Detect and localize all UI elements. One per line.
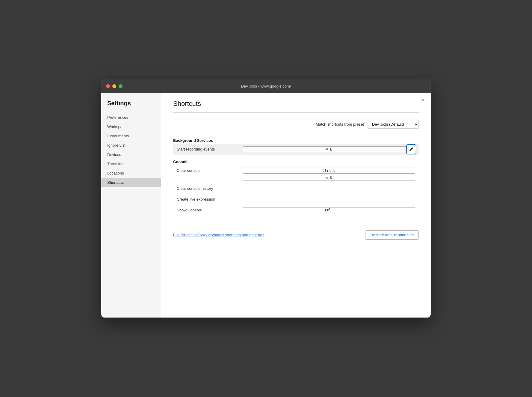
section-background-services: Background Services Start recording even… [173, 138, 419, 155]
section-title-background-services: Background Services [173, 138, 419, 143]
shortcut-row-create-live-expression: Create live expression [173, 194, 419, 205]
sidebar-item-ignore-list[interactable]: Ignore List [101, 141, 161, 150]
shortcut-keys-clear-console: Ctrl L ⌘ K [243, 168, 415, 181]
section-console: Console Clear console Ctrl L ⌘ K Clear c… [173, 160, 419, 216]
titlebar-title: DevTools - www.google.com/ [241, 84, 291, 88]
sidebar-heading: Settings [101, 100, 161, 113]
sidebar: Settings Preferences Workspace Experimen… [101, 93, 161, 318]
preset-label: Match shortcuts from preset [316, 122, 364, 127]
shortcut-row-clear-console: Clear console Ctrl L ⌘ K [173, 165, 419, 183]
shortcut-row-show-console: Show Console Ctrl ` [173, 205, 419, 216]
title-divider [173, 112, 419, 113]
close-traffic-light[interactable] [106, 84, 110, 88]
sidebar-item-devices[interactable]: Devices [101, 150, 161, 159]
titlebar: DevTools - www.google.com/ [101, 79, 431, 93]
shortcut-keys-start-recording: ⌘ E [243, 146, 415, 152]
shortcut-keys-show-console: Ctrl ` [243, 207, 415, 213]
key-badge-ctrl-l: Ctrl L [243, 168, 415, 174]
key-badge-cmd-k: ⌘ K [243, 175, 415, 181]
pencil-icon [409, 147, 414, 152]
shortcut-name-create-live-expression: Create live expression [177, 196, 243, 201]
sidebar-item-shortcuts[interactable]: Shortcuts [101, 178, 161, 187]
sidebar-item-throttling[interactable]: Throttling [101, 159, 161, 169]
bottom-divider [173, 223, 419, 223]
devtools-window: DevTools - www.google.com/ Settings Pref… [101, 79, 431, 318]
preset-row: Match shortcuts from preset DevTools (De… [173, 120, 419, 129]
sidebar-item-preferences[interactable]: Preferences [101, 113, 161, 122]
main-panel: × Shortcuts Match shortcuts from preset … [161, 93, 431, 318]
sidebar-item-workspace[interactable]: Workspace [101, 122, 161, 131]
shortcut-row-clear-console-history: Clear console history [173, 183, 419, 194]
restore-button[interactable]: Restore default shortcuts [365, 230, 419, 240]
sidebar-item-experiments[interactable]: Experiments [101, 131, 161, 141]
close-button[interactable]: × [421, 97, 425, 103]
shortcut-name-start-recording: Start recording events [177, 146, 243, 151]
full-list-link[interactable]: Full list of DevTools keyboard shortcuts… [173, 233, 264, 237]
window-content: Settings Preferences Workspace Experimen… [101, 93, 431, 318]
sidebar-item-locations[interactable]: Locations [101, 169, 161, 178]
shortcut-name-clear-console-history: Clear console history [177, 186, 243, 191]
shortcut-name-clear-console: Clear console [177, 168, 243, 173]
preset-select[interactable]: DevTools (Default) Visual Studio Code [368, 120, 419, 129]
minimize-traffic-light[interactable] [112, 84, 116, 88]
page-title: Shortcuts [173, 100, 419, 108]
shortcut-name-show-console: Show Console [177, 207, 243, 212]
key-badge-ctrl-backtick: Ctrl ` [243, 207, 415, 213]
footer: Full list of DevTools keyboard shortcuts… [173, 230, 419, 240]
shortcut-row-start-recording: Start recording events ⌘ E [173, 144, 419, 155]
traffic-lights [106, 84, 123, 88]
section-title-console: Console [173, 160, 419, 164]
key-badge-cmd-e: ⌘ E [243, 146, 415, 152]
maximize-traffic-light[interactable] [119, 84, 123, 88]
edit-button-start-recording[interactable] [406, 144, 416, 154]
